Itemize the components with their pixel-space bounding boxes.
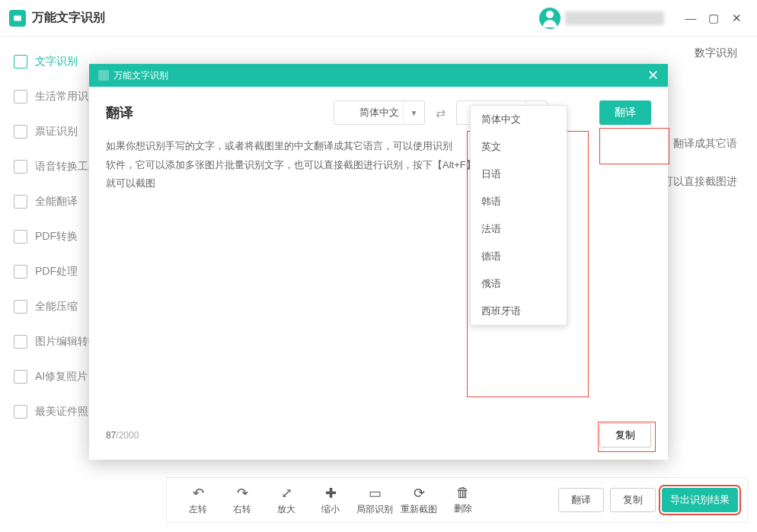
do-translate-button[interactable]: 翻译 <box>599 100 651 125</box>
modal-footer: 87/2000 复制 <box>89 417 668 460</box>
modal-overlay: 万能文字识别 ✕ 翻译 简体中文 ▼ ⇄ 英文 ▲ 翻译 如果你想识别手写的文字… <box>0 0 757 532</box>
language-option[interactable]: 日语 <box>471 161 567 188</box>
language-option[interactable]: 简体中文 <box>471 106 567 133</box>
language-option[interactable]: 德语 <box>471 243 567 270</box>
char-current: 87 <box>106 430 116 441</box>
translate-heading: 翻译 <box>106 104 133 122</box>
modal-copy-button[interactable]: 复制 <box>599 423 651 448</box>
char-max: /2000 <box>116 430 139 441</box>
language-dropdown: 简体中文 英文 日语 韩语 法语 德语 俄语 西班牙语 <box>470 105 567 326</box>
translate-modal: 万能文字识别 ✕ 翻译 简体中文 ▼ ⇄ 英文 ▲ 翻译 如果你想识别手写的文字… <box>89 64 668 460</box>
modal-header: 万能文字识别 ✕ <box>89 64 668 87</box>
swap-icon[interactable]: ⇄ <box>436 106 446 120</box>
close-icon[interactable]: ✕ <box>647 67 659 84</box>
language-option[interactable]: 英文 <box>471 133 567 161</box>
language-option[interactable]: 法语 <box>471 215 567 243</box>
language-option[interactable]: 韩语 <box>471 188 567 215</box>
source-language-select[interactable]: 简体中文 ▼ <box>334 100 425 125</box>
modal-toolbar: 翻译 简体中文 ▼ ⇄ 英文 ▲ 翻译 <box>89 87 668 132</box>
char-count: 87/2000 <box>106 430 139 441</box>
modal-body: 如果你想识别手写的文字，或者将截图里的中文翻译成其它语言，可以使用识别 软件，它… <box>89 132 668 417</box>
source-text-area[interactable]: 如果你想识别手写的文字，或者将截图里的中文翻译成其它语言，可以使用识别 软件，它… <box>106 132 651 411</box>
modal-title-text: 万能文字识别 <box>113 69 168 82</box>
language-option[interactable]: 西班牙语 <box>471 298 567 325</box>
language-option[interactable]: 俄语 <box>471 270 567 298</box>
modal-logo <box>98 70 109 81</box>
chevron-down-icon: ▼ <box>403 101 424 124</box>
select-value: 简体中文 <box>359 106 399 119</box>
